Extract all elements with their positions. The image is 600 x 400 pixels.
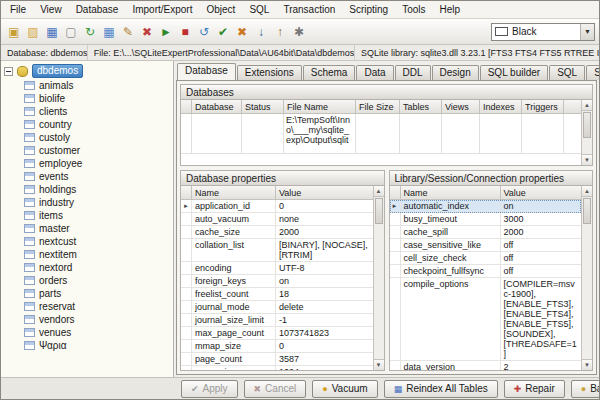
collapse-icon[interactable]: [4, 67, 13, 76]
property-row[interactable]: case_sensitive_like off: [390, 239, 582, 252]
property-value[interactable]: on: [501, 200, 582, 212]
property-value[interactable]: 2000: [276, 226, 373, 238]
scroll-down-icon[interactable]: ▼: [374, 359, 384, 370]
property-name[interactable]: page_count: [192, 353, 276, 365]
column-header[interactable]: Triggers: [522, 100, 564, 113]
font-color-combobox[interactable]: Black ▼: [491, 23, 595, 41]
property-name[interactable]: data_version: [401, 361, 501, 370]
menu-item[interactable]: File: [3, 1, 33, 18]
name-column-header[interactable]: Name: [401, 186, 501, 199]
property-value[interactable]: on: [276, 275, 373, 287]
value-column-header[interactable]: Value: [276, 186, 373, 199]
property-name[interactable]: case_sensitive_like: [401, 239, 501, 251]
property-name[interactable]: cache_spill: [401, 226, 501, 238]
property-row[interactable]: collation_list [BINARY], [NOCASE], [RTRI…: [181, 239, 373, 262]
property-name[interactable]: application_id: [192, 200, 276, 212]
property-name[interactable]: foreign_keys: [192, 275, 276, 287]
property-value[interactable]: off: [501, 252, 582, 264]
rollback-transaction-icon[interactable]: ✖: [233, 23, 251, 41]
database-properties-scrollbar[interactable]: ▲ ▼: [373, 186, 384, 370]
tab[interactable]: Extensions: [237, 65, 302, 80]
tree-item-table[interactable]: nextitem: [1, 248, 173, 261]
tree-item-table[interactable]: custoly: [1, 131, 173, 144]
property-value[interactable]: delete: [276, 301, 373, 313]
tab[interactable]: SQL builder: [480, 65, 548, 80]
property-row[interactable]: cell_size_check off: [390, 252, 582, 265]
tree-item-table[interactable]: customer: [1, 144, 173, 157]
options-icon[interactable]: ✱: [290, 23, 308, 41]
property-value[interactable]: 3000: [501, 213, 582, 225]
new-table-icon[interactable]: ▦: [100, 23, 118, 41]
menu-item[interactable]: Help: [433, 1, 468, 18]
tab[interactable]: DDL: [395, 65, 431, 80]
refresh-icon[interactable]: ↻: [81, 23, 99, 41]
property-row[interactable]: max_page_count 1073741823: [181, 327, 373, 340]
new-database-icon[interactable]: ▣: [5, 23, 23, 41]
scroll-up-icon[interactable]: ▲: [582, 100, 592, 111]
library-properties-scrollbar[interactable]: ▲ ▼: [581, 186, 592, 370]
tree-item-table[interactable]: holdings: [1, 183, 173, 196]
property-name[interactable]: auto_vacuum: [192, 213, 276, 225]
scrollbar-thumb[interactable]: [583, 198, 591, 224]
tree-item-table[interactable]: master: [1, 222, 173, 235]
property-value[interactable]: -1: [276, 314, 373, 326]
vacuum-button[interactable]: ● Vacuum: [312, 380, 377, 398]
property-value[interactable]: off: [501, 265, 582, 277]
execute-sql-icon[interactable]: ►: [157, 23, 175, 41]
property-row[interactable]: ► automatic_index on: [390, 200, 582, 213]
tab[interactable]: Design: [432, 65, 479, 80]
property-name[interactable]: encoding: [192, 262, 276, 274]
menu-item[interactable]: SQL: [242, 1, 276, 18]
property-name[interactable]: max_page_count: [192, 327, 276, 339]
property-value[interactable]: 18: [276, 288, 373, 300]
cell-indexes[interactable]: [480, 114, 522, 153]
tree-item-table[interactable]: venues: [1, 326, 173, 339]
import-icon[interactable]: ↓: [252, 23, 270, 41]
scroll-up-icon[interactable]: ▲: [374, 186, 384, 197]
tree-item-table[interactable]: vendors: [1, 313, 173, 326]
cell-database[interactable]: [192, 114, 242, 153]
property-row[interactable]: compile_options [COMPILER=msvc-1900], [E…: [390, 278, 582, 361]
cell-status[interactable]: [242, 114, 284, 153]
menu-item[interactable]: Tools: [395, 1, 432, 18]
apply-button[interactable]: ✔ Apply: [181, 380, 238, 398]
tree-item-table[interactable]: employee: [1, 157, 173, 170]
tree-item-table[interactable]: clients: [1, 105, 173, 118]
property-name[interactable]: cell_size_check: [401, 252, 501, 264]
property-value[interactable]: 1024: [276, 366, 373, 370]
column-header[interactable]: File Size: [356, 100, 400, 113]
property-name[interactable]: journal_size_limit: [192, 314, 276, 326]
tree-item-table[interactable]: events: [1, 170, 173, 183]
cell-triggers[interactable]: [522, 114, 564, 153]
property-row[interactable]: data_version 2: [390, 361, 582, 370]
repair-button[interactable]: ✚ Repair: [504, 380, 565, 398]
property-name[interactable]: checkpoint_fullfsync: [401, 265, 501, 277]
property-row[interactable]: page_count 3587: [181, 353, 373, 366]
property-row[interactable]: journal_size_limit -1: [181, 314, 373, 327]
property-name[interactable]: freelist_count: [192, 288, 276, 300]
property-row[interactable]: mmap_size 0: [181, 340, 373, 353]
property-row[interactable]: busy_timeout 3000: [390, 213, 582, 226]
property-name[interactable]: page_size: [192, 366, 276, 370]
tree-root-dbdemos[interactable]: dbdemos: [1, 63, 173, 79]
menu-item[interactable]: Object: [199, 1, 242, 18]
backup-button[interactable]: ● Backup: [571, 380, 600, 398]
property-row[interactable]: foreign_keys on: [181, 275, 373, 288]
property-name[interactable]: compile_options: [401, 278, 501, 360]
tree-item-table[interactable]: country: [1, 118, 173, 131]
property-name[interactable]: automatic_index: [401, 200, 501, 212]
property-row[interactable]: cache_size 2000: [181, 226, 373, 239]
tab[interactable]: Data: [356, 65, 393, 80]
column-header[interactable]: Indexes: [480, 100, 522, 113]
property-value[interactable]: none: [276, 213, 373, 225]
property-name[interactable]: cache_size: [192, 226, 276, 238]
property-name[interactable]: busy_timeout: [401, 213, 501, 225]
export-icon[interactable]: ↑: [271, 23, 289, 41]
cell-file-size[interactable]: [356, 114, 400, 153]
property-value[interactable]: 0: [276, 340, 373, 352]
property-row[interactable]: journal_mode delete: [181, 301, 373, 314]
property-name[interactable]: journal_mode: [192, 301, 276, 313]
tree-item-table[interactable]: nextord: [1, 261, 173, 274]
tab[interactable]: SQL: [549, 65, 585, 80]
property-row[interactable]: auto_vacuum none: [181, 213, 373, 226]
